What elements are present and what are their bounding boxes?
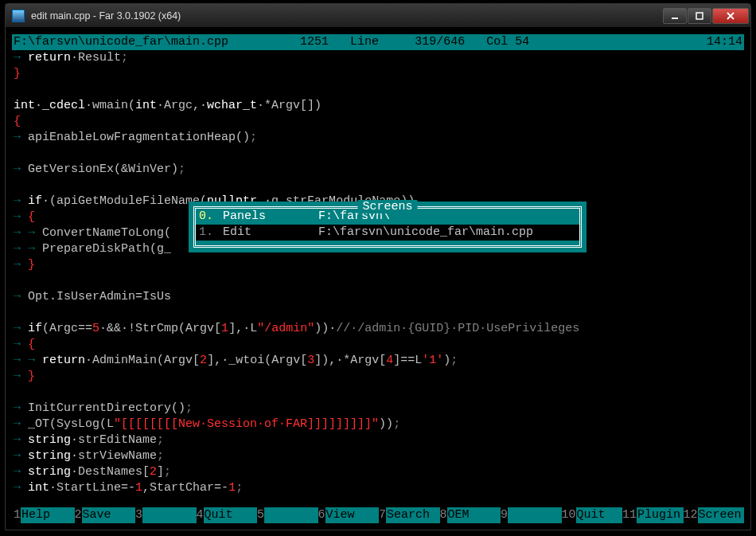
indent-arrow-icon: →: [14, 338, 21, 351]
keybar-number: 8: [440, 507, 447, 523]
status-col: 54: [515, 34, 529, 50]
code-line[interactable]: {: [14, 114, 742, 130]
keybar-plugin[interactable]: 11Plugin: [622, 507, 684, 523]
app-icon: [12, 10, 25, 22]
client-area: F:\farsvn\unicode_far\main.cpp 1251 Line…: [12, 34, 744, 523]
code-line[interactable]: → return·Result;: [14, 50, 742, 66]
keybar-label: [508, 507, 561, 523]
code-line[interactable]: [14, 82, 742, 98]
keybar-number: 1: [14, 507, 21, 523]
indent-arrow-icon: →: [14, 322, 21, 335]
indent-arrow-icon: →: [14, 242, 21, 256]
keybar-number: 10: [562, 507, 576, 523]
screens-item-label: Edit: [223, 225, 318, 241]
status-time: 14:14: [707, 34, 742, 50]
keybar-screen[interactable]: 12Screen: [684, 507, 745, 523]
keybar-number: 11: [622, 507, 637, 523]
keybar-label: View: [325, 507, 379, 523]
screens-item-label: Panels: [223, 209, 318, 225]
dialog-frame: Screens 0. PanelsF:\farsvn\ 1. EditF:\fa…: [193, 206, 582, 248]
code-line[interactable]: int·_cdecl·wmain(int·Argc,·wchar_t·*Argv…: [14, 98, 742, 114]
code-line[interactable]: → apiEnableLowFragmentationHeap();: [14, 130, 742, 146]
indent-arrow-icon: →: [14, 401, 21, 415]
indent-arrow-icon: →: [14, 162, 21, 176]
app-window: edit main.cpp - Far 3.0.1902 (x64) F:\fa…: [5, 3, 751, 530]
keybar-number: 6: [318, 507, 325, 523]
key-bar: 1Help2Save34Quit56View7Search8OEM910Quit…: [12, 507, 744, 523]
code-line[interactable]: [14, 273, 742, 289]
close-icon: [727, 12, 735, 20]
keybar-search[interactable]: 7Search: [379, 507, 440, 523]
keybar-label: OEM: [447, 507, 501, 523]
code-line[interactable]: → if(Argc==5·&&·!StrCmp(Argv[1],·L"/admi…: [14, 321, 742, 337]
window-controls: [662, 8, 749, 24]
indent-arrow-icon: →: [14, 449, 21, 463]
code-line[interactable]: → GetVersionEx(&WinVer);: [14, 162, 742, 178]
screens-list-item[interactable]: 1. EditF:\farsvn\unicode_far\main.cpp: [196, 225, 579, 241]
code-line[interactable]: → }: [14, 369, 742, 385]
window-title: edit main.cpp - Far 3.0.1902 (x64): [31, 10, 662, 22]
close-button[interactable]: [712, 8, 749, 24]
keybar-label: [264, 507, 318, 523]
code-line[interactable]: → Opt.IsUserAdmin=IsUs: [14, 289, 742, 305]
status-col-label: Col: [486, 34, 508, 50]
indent-arrow-icon: →: [14, 258, 21, 272]
editor-viewport[interactable]: → return·Result;}int·_cdecl·wmain(int·Ar…: [12, 50, 744, 507]
svg-rect-0: [672, 18, 678, 19]
code-line[interactable]: → string·strEditName;: [14, 432, 742, 448]
titlebar[interactable]: edit main.cpp - Far 3.0.1902 (x64): [6, 4, 750, 28]
indent-arrow-icon: →: [14, 481, 21, 495]
indent-arrow-icon: →: [14, 131, 21, 144]
indent-arrow-icon: →: [14, 290, 21, 303]
minimize-button[interactable]: [663, 8, 687, 24]
keybar-label: Plugin: [637, 507, 683, 523]
code-line[interactable]: [14, 178, 742, 194]
code-line[interactable]: → }: [14, 257, 742, 273]
code-line[interactable]: [14, 305, 742, 321]
maximize-icon: [696, 12, 703, 20]
screens-item-path: F:\farsvn\unicode_far\main.cpp: [318, 225, 576, 241]
keybar-label: Screen: [698, 507, 744, 523]
keybar-number: 3: [135, 507, 142, 523]
keybar-number: 9: [501, 507, 508, 523]
keybar-oem[interactable]: 8OEM: [440, 507, 501, 523]
indent-arrow-icon: →: [14, 370, 21, 383]
indent-arrow-icon: →: [14, 210, 21, 224]
keybar-[interactable]: 5: [257, 507, 318, 523]
indent-arrow-icon: →: [14, 51, 21, 65]
code-line[interactable]: → string·strViewName;: [14, 448, 742, 464]
maximize-button[interactable]: [688, 8, 711, 24]
indent-arrow-icon: →: [14, 465, 21, 479]
code-line[interactable]: → {: [14, 337, 742, 353]
svg-rect-1: [696, 13, 703, 19]
keybar-label: Quit: [576, 507, 622, 523]
indent-arrow-icon: →: [14, 354, 21, 367]
keybar-quit[interactable]: 4Quit: [197, 507, 258, 523]
dialog-title: Screens: [357, 200, 417, 213]
screens-dialog: Screens 0. PanelsF:\farsvn\ 1. EditF:\fa…: [189, 201, 586, 252]
keybar-[interactable]: 3: [135, 507, 197, 523]
code-line[interactable]: [14, 146, 742, 162]
code-line[interactable]: → int·StartLine=-1,StartChar=-1;: [14, 480, 742, 496]
keybar-help[interactable]: 1Help: [14, 507, 75, 523]
indent-arrow-icon: →: [14, 226, 21, 240]
keybar-number: 4: [197, 507, 204, 523]
indent-arrow-icon: →: [28, 242, 35, 256]
indent-arrow-icon: →: [14, 194, 21, 208]
keybar-view[interactable]: 6View: [318, 507, 380, 523]
code-line[interactable]: [14, 385, 742, 401]
keybar-number: 12: [684, 507, 698, 523]
indent-arrow-icon: →: [28, 226, 35, 240]
code-line[interactable]: → _OT(SysLog(L"[[[[[[[[New·Session·of·FA…: [14, 417, 742, 432]
keybar-label: Save: [82, 507, 135, 523]
keybar-save[interactable]: 2Save: [75, 507, 136, 523]
keybar-quit[interactable]: 10Quit: [562, 507, 623, 523]
code-line[interactable]: → string·DestNames[2];: [14, 464, 742, 480]
keybar-label: Help: [21, 507, 74, 523]
keybar-[interactable]: 9: [501, 507, 562, 523]
code-line[interactable]: }: [14, 66, 742, 82]
code-line[interactable]: → InitCurrentDirectory();: [14, 401, 742, 417]
code-line[interactable]: → → return·AdminMain(Argv[2],·_wtoi(Argv…: [14, 353, 742, 369]
status-path: F:\farsvn\unicode_far\main.cpp: [14, 34, 228, 50]
keybar-number: 5: [257, 507, 264, 523]
